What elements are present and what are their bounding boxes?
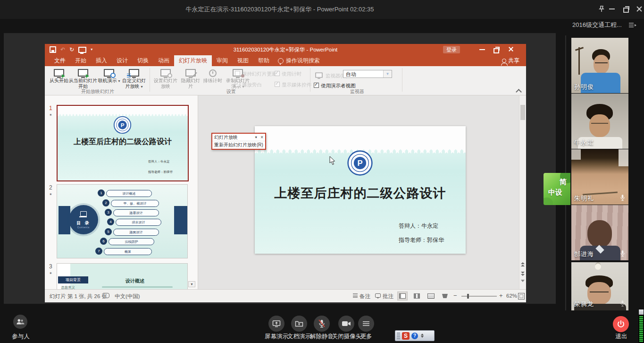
checkbox-play-narrations[interactable]: 播放旁白 [235,82,262,88]
toolbar-arrows-icon[interactable] [421,334,424,338]
camera-off-button[interactable] [338,316,354,332]
chevron-down-icon[interactable]: ▼ [383,70,392,77]
notes-toggle[interactable]: 备注 [353,293,370,300]
minimize-button[interactable] [608,5,616,13]
comments-toggle[interactable]: 批注 [375,293,393,300]
tab-transitions[interactable]: 切换 [133,55,153,66]
participant-video-tile[interactable]: 牛永定 [571,94,628,149]
participant-name: 朱明礼 [574,194,594,203]
monitor-dropdown[interactable]: 自动 ▼ [343,70,392,78]
slideshow-view-button[interactable] [440,292,450,300]
exit-button[interactable] [613,316,629,332]
reading-view-icon [427,293,435,299]
slide-thumbnail-2[interactable]: 目 录 Contents 1设计概述 2平、纵、横设计 3路基设计 4排水设计 … [57,184,188,258]
normal-view-button[interactable] [397,292,408,300]
watermark-badge: 简 中设 [544,173,570,205]
participant-video-tile[interactable]: 孙明俊 [571,38,628,93]
previous-slide-button[interactable] [521,262,525,267]
monitor-list-icon [129,69,139,77]
help-icon[interactable]: ? [411,333,418,339]
tab-design[interactable]: 设计 [112,55,133,66]
popup-caret-icon[interactable]: ▼ [254,136,258,139]
restore-button[interactable] [622,5,630,13]
popup-close-icon[interactable]: × [260,135,263,140]
participant-video-tile[interactable]: 朱明礼 [571,149,628,205]
thumb3-title: 设计概述 [100,278,170,284]
slide-thumbnail-pane: 1 ✶ P 上楼至后庄村的二级公路设计 答辩人：牛永定 指导老师：郭保华 2 [45,95,198,289]
setup-slideshow-button[interactable]: 设置幻灯片放映 [152,69,179,89]
slide-advisor: 指导老师：郭保华 [399,236,444,244]
restart-slideshow-item[interactable]: 重新开始幻灯片放映(R) [212,141,265,149]
checkbox-checked-icon [275,82,280,87]
tab-view[interactable]: 视图 [233,55,253,66]
slideshow-icon[interactable] [78,47,86,53]
university-logo: P [113,116,132,134]
ppt-close-button[interactable] [507,45,516,54]
participant-video-tile[interactable]: 荣腾龙 [571,262,628,310]
screen-share-button[interactable] [268,316,284,332]
from-beginning-button[interactable]: 从头开始 [50,69,68,84]
from-current-slide-button[interactable]: 从当前幻灯片开始 [68,69,98,89]
camera-icon [342,320,351,327]
rehearse-timings-button[interactable]: 排练计时 [202,69,224,84]
group-label-start-slideshow: 开始放映幻灯片 [50,88,145,95]
ppt-restore-button[interactable] [492,45,501,54]
spellcheck-icon[interactable] [103,293,109,299]
pin-icon[interactable] [597,5,606,13]
pane-scroll-down-icon[interactable]: ▼ [188,281,195,287]
tab-review[interactable]: 审阅 [212,55,233,66]
participants-button[interactable] [13,315,27,329]
drag-handle-icon[interactable] [397,333,400,339]
zoom-in-button[interactable]: + [499,292,503,299]
zoom-level[interactable]: 62% [506,293,517,299]
zoom-slider-thumb[interactable] [467,294,469,299]
tab-help[interactable]: 帮助 [253,55,274,66]
tab-home[interactable]: 开始 [70,55,91,66]
participant-list-icon[interactable] [628,22,636,28]
next-slide-button[interactable] [521,271,525,276]
slide-presenter: 答辩人：牛永定 [399,222,438,230]
snagit-icon[interactable]: S [402,332,410,340]
checkbox-use-timings[interactable]: 使用计时 [275,71,301,77]
checkbox-keep-slides-updated[interactable]: 保持幻灯片更新 [235,71,277,77]
screenshot-toolbar[interactable]: S ? [395,330,435,341]
hide-slide-button[interactable]: 隐藏幻灯片 [180,69,201,89]
ppt-minimize-button[interactable] [478,45,486,54]
tab-slideshow[interactable]: 幻灯片放映 [174,55,212,66]
ribbon: 从头开始 从当前幻灯片开始 联机演示 自定义幻灯片放映 开始放映幻灯片 [45,66,526,95]
meeting-room-name[interactable]: 2016级交通工程... [572,21,622,29]
reading-view-button[interactable] [426,292,436,300]
scrollbar-thumb[interactable] [520,105,525,120]
undo-icon[interactable]: ↶ [60,47,65,52]
present-online-button[interactable]: 联机演示 [98,69,120,84]
slide-sorter-view-button[interactable] [411,292,422,300]
mic-icon [620,194,625,201]
svg-text:P: P [121,122,125,128]
doc-share-button[interactable] [291,316,307,332]
fit-to-window-icon[interactable] [518,293,525,300]
redo-icon[interactable]: ↻ [69,47,74,52]
tab-insert[interactable]: 插入 [91,55,112,66]
slide-thumbnail-3[interactable]: 项目背景 选题意义 设计概述 [57,263,188,289]
save-icon[interactable] [50,46,56,53]
more-button[interactable] [358,316,374,332]
slideshow-popup: 幻灯片放映 ▼ × 重新开始幻灯片放映(R) [211,133,266,150]
tell-me-search[interactable]: 操作说明搜索 [274,55,324,66]
editor-scrollbar[interactable] [519,95,526,289]
tab-file[interactable]: 文件 [50,55,70,66]
zoom-out-button[interactable]: − [453,292,457,299]
participant-video-tile[interactable]: 郜进海 [571,205,628,260]
slide-thumbnail-1[interactable]: P 上楼至后庄村的二级公路设计 答辩人：牛永定 指导老师：郭保华 [57,105,189,181]
close-button[interactable] [635,5,644,13]
login-button[interactable]: 登录 [443,46,460,53]
checkbox-show-media-controls[interactable]: 显示媒体控件 [275,82,311,88]
tab-animations[interactable]: 动画 [153,55,174,66]
slide-number: 1 [49,105,52,111]
language-indicator[interactable]: 中文(中国) [115,293,140,300]
collapse-ribbon-icon[interactable] [516,89,522,95]
qat-caret-icon[interactable]: ▾ [91,48,92,51]
share-button[interactable]: 共享 [495,55,526,66]
slide-canvas[interactable]: P 上楼至后庄村的二级公路设计 答辩人：牛永定 指导老师：郭保华 [255,126,466,254]
custom-slideshow-button[interactable]: 自定义幻灯片放映 [120,69,148,89]
unmute-button[interactable] [314,316,330,332]
